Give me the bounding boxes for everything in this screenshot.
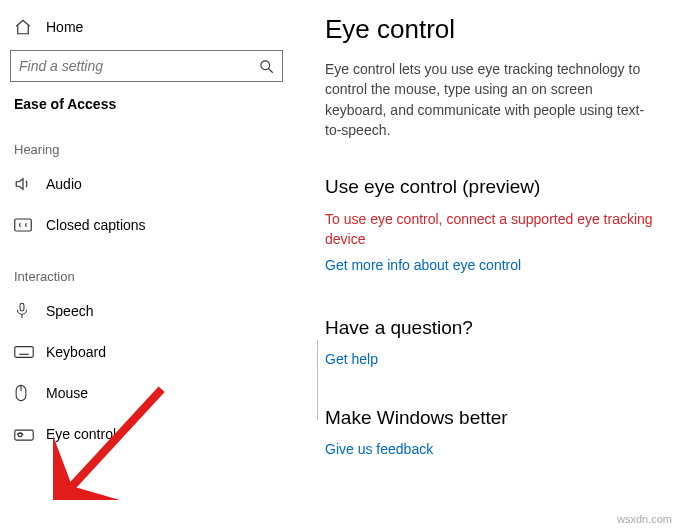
audio-icon: [14, 175, 36, 193]
svg-rect-5: [15, 347, 33, 358]
feedback-link[interactable]: Give us feedback: [325, 441, 433, 457]
watermark: wsxdn.com: [617, 513, 672, 525]
eye-control-icon: [14, 426, 36, 442]
search-icon: [259, 59, 274, 74]
sidebar-item-eye-control[interactable]: Eye control: [0, 414, 293, 454]
more-info-link[interactable]: Get more info about eye control: [325, 257, 521, 273]
sidebar-item-label: Audio: [46, 176, 82, 192]
sidebar: Home Ease of Access Hearing Audio: [0, 0, 293, 531]
divider: [317, 340, 318, 420]
home-button[interactable]: Home: [0, 12, 293, 42]
sidebar-item-label: Mouse: [46, 385, 88, 401]
microphone-icon: [14, 302, 36, 320]
svg-rect-2: [15, 219, 32, 231]
home-icon: [14, 18, 36, 36]
sidebar-item-label: Closed captions: [46, 217, 146, 233]
group-interaction: Interaction: [0, 245, 293, 290]
section-header: Ease of Access: [0, 92, 293, 118]
page-title: Eye control: [325, 14, 658, 45]
warning-text: To use eye control, connect a supported …: [325, 210, 658, 249]
svg-rect-13: [15, 430, 33, 440]
sidebar-item-label: Speech: [46, 303, 93, 319]
sidebar-item-keyboard[interactable]: Keyboard: [0, 332, 293, 372]
sidebar-item-mouse[interactable]: Mouse: [0, 372, 293, 414]
svg-line-1: [268, 68, 272, 72]
section-improve: Make Windows better: [325, 407, 658, 429]
search-box[interactable]: [10, 50, 283, 82]
sidebar-item-label: Keyboard: [46, 344, 106, 360]
svg-rect-3: [20, 303, 24, 311]
search-input[interactable]: [19, 58, 259, 74]
search-wrap: [0, 42, 293, 92]
sidebar-item-closed-captions[interactable]: Closed captions: [0, 205, 293, 245]
get-help-link[interactable]: Get help: [325, 351, 378, 367]
sidebar-item-speech[interactable]: Speech: [0, 290, 293, 332]
cc-icon: [14, 218, 36, 232]
page-description: Eye control lets you use eye tracking te…: [325, 59, 658, 140]
main-content: Eye control Eye control lets you use eye…: [293, 0, 680, 531]
group-hearing: Hearing: [0, 118, 293, 163]
section-use-eye-control: Use eye control (preview): [325, 176, 658, 198]
svg-point-0: [261, 60, 270, 69]
home-label: Home: [46, 19, 83, 35]
sidebar-item-audio[interactable]: Audio: [0, 163, 293, 205]
section-question: Have a question?: [325, 317, 658, 339]
keyboard-icon: [14, 345, 36, 359]
mouse-icon: [14, 384, 36, 402]
sidebar-item-label: Eye control: [46, 426, 116, 442]
